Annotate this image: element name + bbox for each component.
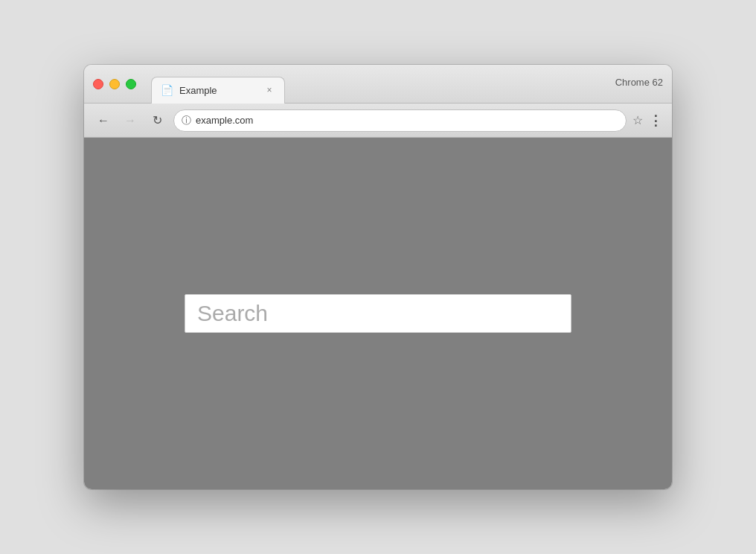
back-button[interactable]: ← — [93, 110, 114, 131]
tab-close-button[interactable]: × — [263, 84, 275, 96]
address-text: example.com — [196, 115, 618, 126]
bookmark-button[interactable]: ☆ — [632, 113, 643, 127]
security-icon: ⓘ — [182, 114, 191, 127]
title-bar: 📄 Example × Chrome 62 — [84, 65, 672, 104]
reload-button[interactable]: ↻ — [147, 110, 167, 131]
tab-page-icon: 📄 — [161, 84, 173, 96]
page-content — [84, 138, 672, 489]
forward-button[interactable]: → — [120, 110, 141, 131]
search-input[interactable] — [185, 294, 571, 333]
tab-title: Example — [179, 85, 257, 96]
address-bar[interactable]: ⓘ example.com — [173, 109, 627, 132]
browser-window: 📄 Example × Chrome 62 ← → ↻ ⓘ example.co… — [84, 65, 672, 489]
traffic-lights — [93, 79, 136, 89]
chrome-version-label: Chrome 62 — [615, 77, 663, 91]
toolbar: ← → ↻ ⓘ example.com ☆ ⋮ — [84, 104, 672, 138]
close-button[interactable] — [93, 79, 103, 89]
browser-menu-button[interactable]: ⋮ — [649, 112, 663, 129]
new-tab-area — [291, 83, 609, 85]
browser-tab[interactable]: 📄 Example × — [151, 77, 285, 104]
minimize-button[interactable] — [109, 79, 120, 89]
maximize-button[interactable] — [126, 79, 136, 89]
